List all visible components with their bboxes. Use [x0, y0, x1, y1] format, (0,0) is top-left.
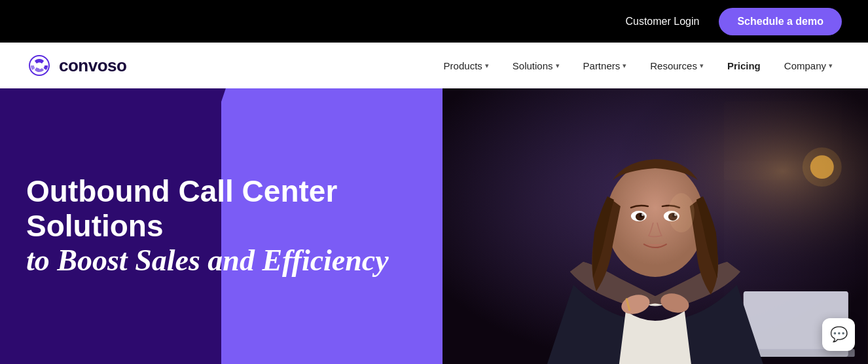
chevron-down-icon: ▾	[556, 62, 560, 70]
chevron-down-icon: ▾	[485, 62, 489, 70]
chat-bubble-button[interactable]: 💬	[822, 318, 855, 351]
person-figure	[443, 88, 868, 364]
nav-bar: convoso Products ▾ Solutions ▾ Partners …	[0, 43, 868, 88]
logo-text: convoso	[59, 56, 126, 76]
schedule-demo-button[interactable]: Schedule a demo	[719, 8, 842, 35]
hero-text-container: Outbound Call Center Solutions to Boost …	[0, 88, 443, 364]
chat-icon: 💬	[830, 326, 848, 343]
nav-item-pricing[interactable]: Pricing	[718, 55, 770, 77]
nav-item-solutions[interactable]: Solutions ▾	[503, 55, 569, 77]
chevron-down-icon: ▾	[829, 62, 833, 70]
svg-point-19	[642, 213, 644, 216]
top-bar: Customer Login Schedule a demo	[0, 0, 868, 43]
hero-heading-main: Outbound Call Center Solutions	[26, 174, 337, 243]
hero-background	[443, 88, 868, 364]
svg-point-6	[803, 147, 842, 187]
hero-heading-italic: to Boost Sales and Efficiency	[26, 244, 389, 277]
logo[interactable]: convoso	[26, 52, 126, 79]
logo-icon	[26, 52, 52, 79]
nav-item-company[interactable]: Company ▾	[775, 55, 842, 77]
hero-right	[443, 88, 868, 364]
nav-item-products[interactable]: Products ▾	[435, 55, 498, 77]
chevron-down-icon: ▾	[700, 62, 704, 70]
svg-point-21	[668, 193, 695, 232]
hero-heading: Outbound Call Center Solutions to Boost …	[26, 174, 406, 279]
hero-left: Outbound Call Center Solutions to Boost …	[0, 88, 443, 364]
nav-links: Products ▾ Solutions ▾ Partners ▾ Resour…	[435, 55, 842, 77]
nav-item-partners[interactable]: Partners ▾	[574, 55, 636, 77]
hero-section: Outbound Call Center Solutions to Boost …	[0, 88, 868, 364]
customer-login-link[interactable]: Customer Login	[625, 16, 699, 27]
nav-item-resources[interactable]: Resources ▾	[641, 55, 713, 77]
chevron-down-icon: ▾	[623, 62, 626, 70]
